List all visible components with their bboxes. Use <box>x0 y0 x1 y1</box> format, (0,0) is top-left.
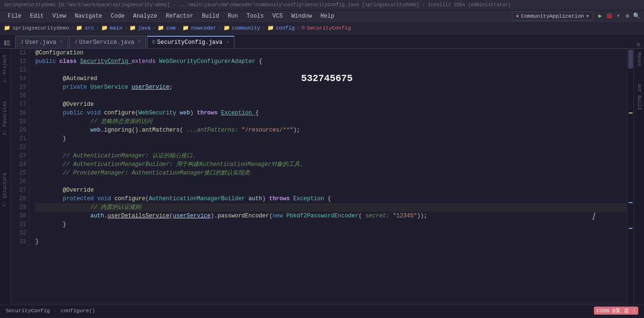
breadcrumb-com[interactable]: com <box>166 25 176 31</box>
ant-build-label[interactable]: Ant Build <box>635 80 643 113</box>
run-config-dropdown-icon: ▾ <box>586 13 589 19</box>
line-num-28: 28 <box>13 195 26 203</box>
breadcrumb-community[interactable]: community <box>232 25 260 31</box>
menu-vcs[interactable]: VCS <box>269 12 287 21</box>
line-num-17: 17 <box>13 100 26 109</box>
tab-close-3[interactable]: × <box>226 40 229 45</box>
maven-shortcut: m <box>637 41 642 48</box>
line-num-16: 16 <box>13 92 26 100</box>
menu-analyze[interactable]: Analyze <box>129 12 161 21</box>
breadcrumb-sep-1: › <box>71 25 74 31</box>
code-line-18: ▶@ 🔒 public void configure ( WebSecurity… <box>35 109 626 117</box>
tab-close-1[interactable]: × <box>60 40 63 45</box>
scroll-marker-warning <box>629 113 633 113</box>
community-icon: 📁 <box>223 25 230 31</box>
code-line-27: @Override <box>35 186 626 195</box>
code-line-28: ▶@ 🔒 protected void configure ( Authenti… <box>35 195 626 203</box>
code-line-30: auth . userDetailsService ( userService … <box>35 212 626 220</box>
line-num-32: 32 <box>13 229 26 237</box>
project-icon: 📁 <box>4 25 11 31</box>
line-num-31: 31 <box>13 220 26 229</box>
app-title-bar: springsecuritydemo [D:\work\workspace\sp… <box>0 0 644 10</box>
menu-run[interactable]: Run <box>224 12 242 21</box>
menu-help[interactable]: Help <box>317 12 338 21</box>
line-num-20: 20 <box>13 126 26 134</box>
breadcrumb-src[interactable]: src <box>84 25 94 31</box>
svg-rect-0 <box>4 41 6 45</box>
status-method: configure() <box>61 308 95 314</box>
code-line-26 <box>35 177 626 186</box>
tab-userservice-java[interactable]: J UserService.java × <box>69 36 146 48</box>
run-toolbar: ▶ 🐞 ⚡ ⚙ 🔍 <box>596 12 640 20</box>
app-title-text: springsecuritydemo [D:\work\workspace\sp… <box>4 2 511 8</box>
menu-build[interactable]: Build <box>198 12 223 21</box>
scrollbar-thumb[interactable] <box>628 50 633 69</box>
line-num-21: 21 <box>13 134 26 143</box>
coverage-button[interactable]: ⚡ <box>614 12 622 20</box>
code-line-14: @Autowired 532745675 <box>35 74 626 83</box>
code-line-11: @ @Configuration <box>35 49 626 57</box>
scroll-marker-info-2 <box>629 228 633 229</box>
maven-label[interactable]: Maven <box>635 49 643 71</box>
menu-window[interactable]: Window <box>287 12 316 21</box>
menu-refactor[interactable]: Refactor <box>162 12 197 21</box>
tab-label-1: User.java <box>25 39 56 46</box>
code-line-23: 🔒 // AuthenticationManager: 认证的核心接口. <box>35 152 626 160</box>
code-line-17: @Override <box>35 100 626 109</box>
tab-securityconfig-java[interactable]: © SecurityConfig.java × <box>147 36 234 48</box>
code-line-32 <box>35 229 626 237</box>
line-num-11: 11 <box>13 49 26 57</box>
tab-user-java[interactable]: J User.java × <box>15 36 68 48</box>
code-line-15: private UserService userService ; <box>35 83 626 92</box>
line-num-13: 13 <box>13 66 26 74</box>
line-num-22: 22 <box>13 143 26 152</box>
tab-label-2: UserService.java <box>79 39 134 46</box>
run-button[interactable]: ▶ <box>596 12 604 20</box>
menu-edit[interactable]: Edit <box>26 12 48 21</box>
line-num-23: 23 <box>13 152 26 160</box>
search-everywhere-icon[interactable]: 🔍 <box>633 12 640 20</box>
menu-navigate[interactable]: Navigate <box>71 12 106 21</box>
breadcrumb-nowcoder[interactable]: nowcoder <box>191 25 216 31</box>
menu-code[interactable]: Code <box>107 12 128 21</box>
menu-view[interactable]: View <box>49 12 70 21</box>
structure-panel-label[interactable]: 7: Structure <box>1 169 9 211</box>
breadcrumb-classname[interactable]: SecurityConfig <box>307 25 351 31</box>
code-content-area: @ @Configuration public class SecurityCo… <box>35 49 626 305</box>
right-side-panel: Maven Ant Build <box>633 49 644 305</box>
line-num-29: 29 <box>13 203 26 212</box>
project-panel-label[interactable]: 1: Project <box>1 51 9 87</box>
breadcrumb-main[interactable]: main <box>110 25 122 31</box>
svg-rect-3 <box>7 44 10 45</box>
debug-button[interactable]: 🐞 <box>605 12 613 20</box>
line-num-19: 19 <box>13 117 26 126</box>
line-numbers: 11 12 13 14 15 16 17 18 19 20 21 22 23 2… <box>11 49 30 246</box>
code-line-25: // ProviderManager: AuthenticationManage… <box>35 169 626 177</box>
menu-file[interactable]: File <box>4 12 25 21</box>
tabs-bar: J User.java × J UserService.java × © Sec… <box>0 34 644 49</box>
code-line-22 <box>35 143 626 152</box>
favorites-panel-label[interactable]: 2: Favorites <box>1 97 9 139</box>
code-line-24: // AuthenticationManagerBuilder: 用于构建Aut… <box>35 160 626 169</box>
breadcrumb-java[interactable]: java <box>138 25 150 31</box>
code-line-16 <box>35 92 626 100</box>
menu-tools[interactable]: Tools <box>243 12 268 21</box>
breadcrumb-project[interactable]: springsecuritydemo <box>12 25 69 31</box>
src-icon: 📁 <box>76 25 83 31</box>
status-breadcrumb: SecurityConfig › configure() <box>6 308 95 314</box>
com-icon: 📁 <box>158 25 164 31</box>
run-config-selector[interactable]: ● CommunityApplication ▾ <box>512 11 593 21</box>
code-line-31: 🔒 } <box>35 220 626 229</box>
status-bar: SecurityConfig › configure() CSDN @复 盘 ! <box>0 305 644 316</box>
line-num-14: 14 <box>13 74 26 83</box>
code-line-29: 💡 // 内置的认证规则 <box>35 203 626 212</box>
tab-close-2[interactable]: × <box>138 40 141 45</box>
project-panel-toggle[interactable] <box>2 38 12 48</box>
vertical-scrollbar[interactable] <box>627 49 633 305</box>
line-num-26: 26 <box>13 177 26 186</box>
config-icon: 📁 <box>267 25 274 31</box>
profile-button[interactable]: ⚙ <box>623 12 631 20</box>
breadcrumb-config[interactable]: config <box>276 25 295 31</box>
code-editor: 11 12 13 14 15 16 17 18 19 20 21 22 23 2… <box>11 49 633 305</box>
menu-bar: File Edit View Navigate Code Analyze Ref… <box>0 10 644 22</box>
